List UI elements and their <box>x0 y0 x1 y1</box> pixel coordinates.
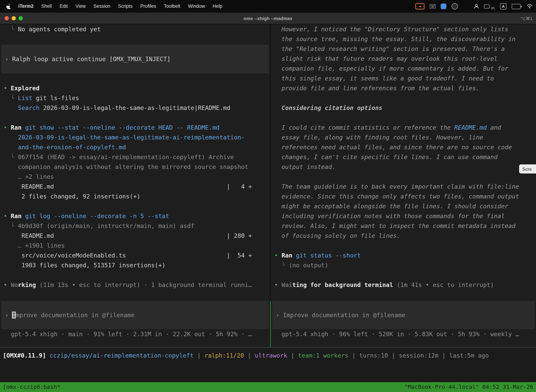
text-segment: the source tree, missing the essay. Stil… <box>274 36 516 42</box>
menu-item-toolbelt[interactable]: Toolbelt <box>160 0 184 13</box>
terminal-line: 2026-03-09-is-legal-the-same-as-legitima… <box>0 132 270 142</box>
text-segment: 1903 files changed, 513517 insertions(+) <box>4 262 165 269</box>
terminal-line: companion file, especially if more comme… <box>271 64 536 73</box>
terminal-panes: └ No agents completed yet› Ralph loop ac… <box>0 24 536 347</box>
battery-icon[interactable] <box>512 0 522 13</box>
text-segment: Improve documentation in @filename <box>283 312 405 319</box>
terminal-line: output instead. <box>271 162 536 172</box>
screen-overlay-tab[interactable]: Scre <box>519 164 536 173</box>
text-segment: changes, I can't cite specific file line… <box>274 154 498 160</box>
menu-item-window[interactable]: Window <box>184 0 209 13</box>
blank-line <box>271 113 536 123</box>
pane-divider[interactable] <box>270 24 271 347</box>
text-segment: (11m 13s • esc to interrupt) <box>36 281 140 288</box>
menu-item-session[interactable]: Session <box>90 0 114 13</box>
terminal-line: provide file and line references from th… <box>271 83 536 93</box>
menu-items: iTerm2ShellEditViewSessionScriptsProfile… <box>14 0 226 13</box>
text-segment: ralph:11/20 <box>204 352 244 359</box>
text-segment <box>21 124 25 131</box>
terminal-line: evidence. Since this change only affects… <box>271 191 536 201</box>
text-segment: 2026-03-09-is-legal-the-same-as-legitima… <box>40 104 230 111</box>
text-segment: last:5m ago <box>449 352 489 359</box>
apple-logo-icon[interactable] <box>6 3 12 9</box>
terminal-line: essay file, along with finding root file… <box>271 132 536 142</box>
command-input[interactable]: › Improve documentation in @filename <box>1 301 269 329</box>
screen-overlay-label: Scre <box>522 166 531 172</box>
screen-recording-indicator-icon[interactable] <box>416 3 425 9</box>
menu-item-help[interactable]: Help <box>209 0 226 13</box>
terminal-line: changes, I can't cite specific file line… <box>271 152 536 162</box>
text-segment: No agents completed yet <box>18 26 101 33</box>
terminal-line: might be acceptable alongside the file l… <box>271 201 536 211</box>
terminal-line: 2 files changed, 92 insertions(+) <box>0 191 270 201</box>
minimize-button[interactable] <box>12 16 16 20</box>
zoom-button[interactable] <box>19 16 23 20</box>
text-segment: | <box>194 352 204 359</box>
terminal-line: this single essay, it seems like a good … <box>271 73 536 83</box>
text-segment: However, I noticed the "Directory Struct… <box>274 26 508 33</box>
window-title: omx --xhigh --madmax <box>244 16 292 21</box>
app-switcher-icon[interactable] <box>463 0 469 13</box>
traffic-lights <box>5 16 23 20</box>
text-segment: +1901 lines <box>25 242 65 249</box>
text-segment: [OMX#0.11.9] <box>3 352 46 359</box>
window-title-bar[interactable]: omx --xhigh --madmax ⌥⌘1 <box>0 13 536 24</box>
menu-item-view[interactable]: View <box>72 0 90 13</box>
peripheral-battery-badge: .61 <box>490 6 495 10</box>
terminal-line: 1903 files changed, 513517 insertions(+) <box>0 260 270 270</box>
text-segment: references need actual files, and since … <box>274 144 512 151</box>
terminal-line: The team guideline is to back every impo… <box>271 182 536 191</box>
wifi-icon[interactable] <box>527 0 532 13</box>
text-segment: › <box>5 56 12 62</box>
working-status: • Working (11m 13s • esc to interrupt) ·… <box>0 280 270 290</box>
terminal-line: … +2 lines <box>0 172 270 182</box>
right-pane[interactable]: However, I noticed the "Directory Struct… <box>271 24 536 347</box>
text-segment: └ <box>4 26 18 33</box>
terminal-line: companion analysis without altering the … <box>0 162 270 172</box>
agents-status-line: └ No agents completed yet <box>0 24 270 34</box>
menu-item-scripts[interactable]: Scripts <box>114 0 136 13</box>
text-segment: slight risk that future readers may over… <box>274 55 498 62</box>
dark-app-icon[interactable] <box>452 3 458 9</box>
text-segment: └ <box>4 222 18 229</box>
text-segment: including verification notes with those … <box>274 213 505 219</box>
ran-git-status: • Ran git status --short <box>271 250 536 260</box>
peripheral-battery-icon[interactable]: .61 <box>484 0 495 13</box>
text-segment: 2 files changed, 92 insertions(+) <box>4 193 140 200</box>
text-segment: Ralph loop active continue [OMX_TMUX_INJ… <box>12 56 171 62</box>
reasoning-heading: Considering citation options <box>271 103 536 113</box>
menu-item-iterm2[interactable]: iTerm2 <box>14 0 38 13</box>
profile-icon[interactable] <box>474 0 479 13</box>
text-segment <box>4 134 18 141</box>
menu-item-profiles[interactable]: Profiles <box>136 0 160 13</box>
text-segment: • <box>274 252 282 259</box>
text-segment: companion analysis without altering the … <box>4 163 248 170</box>
keyboard-grid-icon[interactable] <box>430 0 436 13</box>
text-segment: +2 lines <box>25 173 54 180</box>
input-source-icon[interactable]: A <box>500 3 507 9</box>
blank-line <box>0 113 270 123</box>
text-segment: git ls-files <box>32 94 79 102</box>
menu-item-shell[interactable]: Shell <box>38 0 56 13</box>
text-segment: List <box>18 94 32 102</box>
tmux-host-clock: "MacBook-Pro-44.local" 04:52 31-Mar-26 <box>404 382 533 392</box>
text-segment: output instead. <box>274 163 335 170</box>
text-segment: Considering citation options <box>274 104 382 111</box>
terminal-line: I could cite commit statistics or refere… <box>271 123 536 132</box>
text-segment: src/voice/voiceModeEnabled.ts | 54 + <box>4 252 252 259</box>
text-segment: └ <box>4 94 18 102</box>
close-button[interactable] <box>5 16 9 20</box>
command-input[interactable]: › Improve documentation in @filename <box>272 301 535 329</box>
blue-app-icon[interactable] <box>441 4 446 9</box>
terminal-line: review. Also, I might want to inspect th… <box>271 221 536 231</box>
terminal-line: └ (no output) <box>271 260 536 270</box>
text-segment: and-the-erosion-of-copyleft.md <box>18 144 126 151</box>
text-segment: git status --short <box>296 252 361 259</box>
text-segment: 4b9d30f (origin/main, instructkr/main, m… <box>18 222 194 229</box>
reasoning-paragraph: However, I noticed the "Directory Struct… <box>271 24 536 34</box>
text-segment: └ <box>274 262 289 269</box>
menu-item-edit[interactable]: Edit <box>56 0 72 13</box>
text-segment: cczip/essay/ai-reimplementation-copyleft <box>50 352 194 359</box>
text-segment: provide file and line references from th… <box>274 85 479 92</box>
left-pane[interactable]: └ No agents completed yet› Ralph loop ac… <box>0 24 270 347</box>
